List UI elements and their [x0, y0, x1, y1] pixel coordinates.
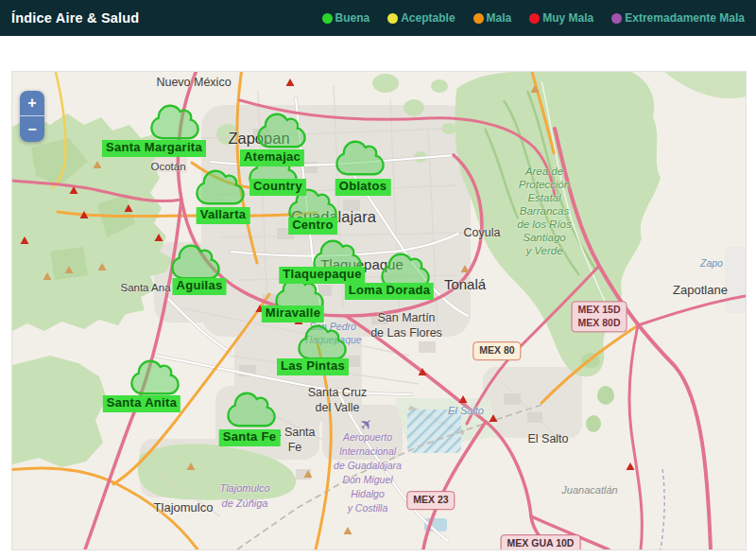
station-marker-vallarta[interactable]	[195, 166, 246, 208]
station-label-country: Country	[249, 179, 306, 196]
station-marker-santa-fe[interactable]	[226, 389, 277, 430]
air-quality-legend: Buena Aceptable Mala Muy Mala Extremadam…	[322, 11, 745, 25]
road-badge-mex-gua-10d: MEX GUA 10D	[501, 534, 581, 550]
station-marker-las-pintas[interactable]	[297, 322, 348, 363]
status-dot-orange	[473, 13, 484, 24]
legend-item-muy-mala: Muy Mala	[529, 11, 593, 25]
map-canvas[interactable]: Nuevo México Ocotán Zapopan Guadalajara …	[11, 71, 747, 550]
station-label-vallarta: Vallarta	[197, 207, 250, 224]
app-title: Índice Aire & Salud	[11, 10, 139, 26]
legend-label-extremadamente-mala: Extremadamente Mala	[625, 11, 745, 25]
zoom-control: + −	[20, 91, 44, 142]
station-label-loma-dorada: Loma Dorada	[345, 283, 434, 300]
station-marker-oblatos[interactable]	[335, 137, 386, 179]
legend-label-buena: Buena	[335, 11, 370, 25]
status-dot-yellow	[387, 13, 398, 24]
station-label-centro: Centro	[288, 218, 337, 235]
station-label-atemajac: Atemajac	[240, 149, 304, 166]
legend-item-buena: Buena	[322, 11, 370, 25]
station-marker-santa-anita[interactable]	[129, 357, 180, 398]
legend-item-mala: Mala	[473, 11, 512, 25]
station-marker-aguilas[interactable]	[170, 241, 221, 283]
app-header: Índice Aire & Salud Buena Aceptable Mala…	[0, 0, 756, 36]
zoom-in-button[interactable]: +	[20, 91, 44, 116]
zoom-out-button[interactable]: −	[20, 116, 44, 142]
station-label-tlaquepaque: Tlaquepaque	[279, 267, 365, 284]
road-badge-mex-23: MEX 23	[406, 491, 455, 510]
station-label-miravalle: Miravalle	[262, 305, 324, 323]
station-label-oblatos: Oblatos	[335, 179, 391, 196]
station-label-santa-fe: Santa Fe	[219, 429, 281, 446]
station-label-santa-margarita: Santa Margarita	[102, 140, 206, 157]
road-badge-mex-15d-80d: MEX 15D MEX 80D	[572, 301, 627, 332]
status-dot-purple	[611, 13, 622, 24]
legend-label-mala: Mala	[487, 11, 512, 25]
station-label-santa-anita: Santa Anita	[103, 395, 180, 412]
station-label-las-pintas: Las Pintas	[277, 358, 349, 375]
status-dot-red	[529, 13, 540, 24]
legend-label-aceptable: Aceptable	[401, 11, 455, 25]
station-label-aguilas: Aguilas	[172, 278, 226, 295]
road-badge-mex-80: MEX 80	[472, 341, 521, 360]
station-marker-atemajac[interactable]	[256, 110, 307, 151]
legend-label-muy-mala: Muy Mala	[542, 11, 593, 25]
status-dot-green	[322, 13, 333, 24]
legend-item-aceptable: Aceptable	[387, 11, 455, 25]
station-marker-santa-margarita[interactable]	[149, 101, 200, 143]
legend-item-extremadamente-mala: Extremadamente Mala	[611, 11, 745, 25]
